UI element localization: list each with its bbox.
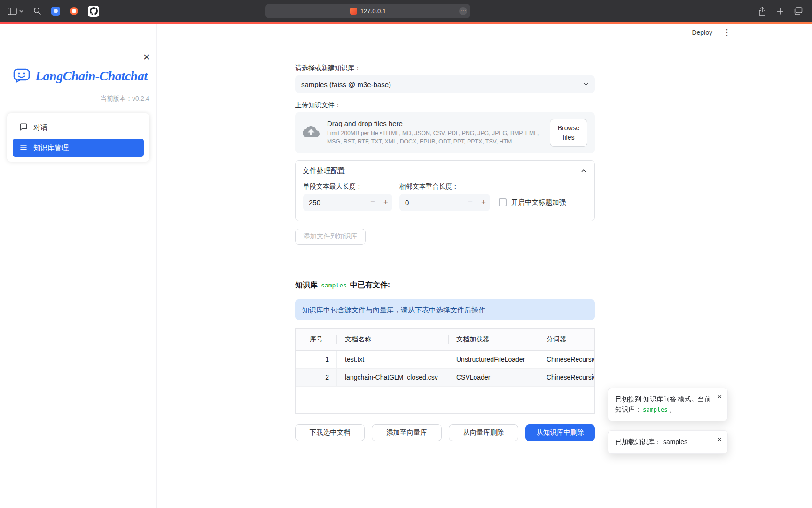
toast-kb-loaded: ✕ 已加载知识库： samples (608, 430, 728, 454)
column-header-name[interactable]: 文档名称 (337, 329, 449, 350)
column-header-splitter[interactable]: 分词器 (538, 329, 594, 350)
kb-selected-value: samples (faiss @ m3e-base) (301, 80, 391, 88)
sidebar-item-label: 对话 (33, 123, 47, 132)
column-header-no[interactable]: 序号 (296, 329, 337, 350)
table-header-row: 序号 文档名称 文档加载器 分词器 (296, 329, 594, 351)
cell-splitter: ChineseRecursiveTextSplitter (538, 369, 594, 386)
url-bar[interactable]: 127.0.0.1 ⋯ (265, 4, 470, 18)
chevron-up-icon (580, 167, 587, 175)
extension-icon-blue[interactable] (51, 7, 60, 16)
table-row[interactable]: 1 test.txt UnstructuredFileLoader Chines… (296, 351, 594, 369)
sidebar-item-dialogue[interactable]: 对话 (13, 119, 144, 136)
chat-bubble-icon (19, 123, 28, 133)
sidebar-menu: 对话 知识库管理 (7, 113, 149, 162)
kb-name-code: samples (321, 282, 347, 289)
logo: LangChain-Chatchat (12, 66, 156, 87)
heading-prefix: 知识库 (295, 280, 318, 290)
kb-files-heading: 知识库 samples 中已有文件: (295, 280, 595, 290)
files-table: 序号 文档名称 文档加载器 分词器 1 test.txt Unstructure… (295, 328, 595, 414)
cell-name: test.txt (337, 351, 449, 368)
close-icon[interactable]: ✕ (717, 436, 722, 443)
cell-splitter: ChineseRecursiveTextSplitter (538, 351, 594, 368)
browse-files-button[interactable]: Browse files (550, 119, 587, 147)
tab-overview-icon[interactable] (794, 7, 803, 15)
sidebar-item-kb-management[interactable]: 知识库管理 (13, 139, 144, 157)
upload-section-label: 上传知识文件： (295, 101, 595, 109)
table-empty-area (296, 387, 594, 413)
url-text: 127.0.0.1 (360, 8, 386, 15)
share-icon[interactable] (758, 7, 766, 16)
sidebar-item-label: 知识库管理 (33, 143, 69, 152)
close-icon[interactable]: ✕ (717, 393, 722, 400)
max-length-label: 单段文本最大长度： (303, 183, 392, 190)
logo-text: LangChain-Chatchat (35, 69, 147, 84)
toast-text: 已加载知识库： samples (615, 438, 687, 445)
toast-text: 。 (669, 405, 676, 413)
kebab-menu-icon[interactable]: ⋮ (723, 28, 731, 37)
add-to-vectorstore-button[interactable]: 添加至向量库 (372, 424, 441, 441)
browser-chrome: 127.0.0.1 ⋯ (0, 0, 812, 22)
max-length-value: 250 (303, 198, 366, 206)
kb-selectbox[interactable]: samples (faiss @ m3e-base) (295, 75, 595, 93)
file-dropzone[interactable]: Drag and drop files here Limit 200MB per… (295, 112, 595, 153)
chevron-down-icon[interactable] (19, 10, 23, 13)
zh-title-checkbox-label: 开启中文标题加强 (511, 198, 566, 207)
sidebar: ✕ LangChain-Chatchat 当前版本：v0.2.4 (0, 24, 157, 508)
checkbox-unchecked-icon[interactable] (499, 198, 507, 206)
zh-title-checkbox-group[interactable]: 开启中文标题加强 (499, 194, 566, 211)
kb-list-icon (19, 143, 28, 153)
extension-icon-ring[interactable] (70, 7, 78, 15)
minus-stepper[interactable]: − (464, 198, 477, 207)
cell-loader: CSVLoader (449, 369, 538, 386)
dropzone-title: Drag and drop files here (327, 119, 542, 127)
github-icon[interactable] (88, 6, 99, 17)
table-actions: 下载选中文档 添加至向量库 从向量库删除 从知识库中删除 (295, 424, 595, 441)
cell-name: langchain-ChatGLM_closed.csv (337, 369, 449, 386)
overlap-value: 0 (399, 198, 464, 206)
search-icon[interactable] (33, 7, 41, 15)
plus-stepper[interactable]: + (477, 198, 490, 207)
version-label: 当前版本：v0.2.4 (0, 95, 149, 103)
heading-suffix: 中已有文件: (350, 280, 390, 290)
cloud-upload-icon (303, 123, 320, 142)
divider (295, 264, 595, 264)
expander-header[interactable]: 文件处理配置 (296, 161, 594, 181)
expander-title: 文件处理配置 (303, 167, 345, 175)
delete-from-kb-button[interactable]: 从知识库中删除 (525, 424, 595, 441)
logo-icon (12, 66, 31, 87)
delete-from-vectorstore-button[interactable]: 从向量库删除 (449, 424, 518, 441)
toast-code: samples (643, 406, 668, 413)
download-selected-button[interactable]: 下载选中文档 (295, 424, 365, 441)
cell-loader: UnstructuredFileLoader (449, 351, 538, 368)
cell-no: 2 (296, 369, 337, 386)
file-config-expander: 文件处理配置 单段文本最大长度： 250 − + (295, 160, 595, 221)
sidebar-toggle-icon[interactable] (8, 8, 17, 15)
new-tab-icon[interactable] (776, 8, 784, 15)
plus-stepper[interactable]: + (379, 198, 392, 207)
overlap-input[interactable]: 0 − + (399, 194, 490, 211)
page-options-icon[interactable]: ⋯ (459, 7, 467, 15)
chevron-down-icon (582, 80, 590, 88)
cell-no: 1 (296, 351, 337, 368)
site-favicon (350, 8, 357, 15)
divider (295, 463, 595, 463)
overlap-label: 相邻文本重合长度： (399, 183, 490, 190)
screen: 127.0.0.1 ⋯ (0, 0, 812, 508)
column-header-loader[interactable]: 文档加载器 (449, 329, 538, 350)
toast-stack: ✕ 已切换到 知识库问答 模式。当前知识库：samples。 ✕ 已加载知识库：… (608, 388, 728, 454)
dropzone-limit-text: Limit 200MB per file • HTML, MD, JSON, C… (327, 129, 542, 146)
max-length-input[interactable]: 250 − + (303, 194, 392, 211)
add-files-to-kb-button[interactable]: 添加文件到知识库 (295, 229, 366, 245)
toast-mode-switched: ✕ 已切换到 知识库问答 模式。当前知识库：samples。 (608, 388, 728, 421)
table-row[interactable]: 2 langchain-ChatGLM_closed.csv CSVLoader… (296, 369, 594, 387)
kb-select-label: 请选择或新建知识库： (295, 64, 595, 71)
minus-stepper[interactable]: − (366, 198, 379, 207)
sidebar-close-icon[interactable]: ✕ (143, 52, 150, 63)
deploy-button[interactable]: Deploy (692, 29, 712, 36)
info-banner: 知识库中包含源文件与向量库，请从下表中选择文件后操作 (295, 299, 595, 320)
